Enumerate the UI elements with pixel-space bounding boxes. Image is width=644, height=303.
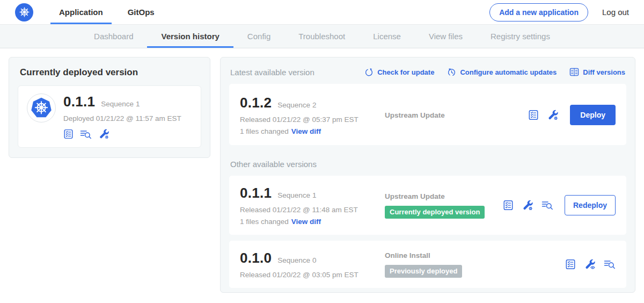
subnav-item-config[interactable]: Config bbox=[233, 25, 284, 48]
check-for-update-label: Check for update bbox=[377, 68, 434, 76]
check-for-update-link[interactable]: Check for update bbox=[364, 68, 434, 77]
sequence-label: Sequence 0 bbox=[277, 256, 316, 264]
deploy-button[interactable]: Deploy bbox=[570, 105, 616, 125]
app-subnav: Dashboard Version history Config Trouble… bbox=[0, 25, 644, 48]
previously-deployed-badge: Previously deployed bbox=[385, 265, 462, 278]
source-label: Online Install bbox=[385, 251, 565, 259]
versions-panel-actions: Check for update Configure automatic upd… bbox=[364, 67, 625, 77]
currently-deployed-panel: Currently deployed version 0.1.1 Sequenc… bbox=[9, 57, 210, 158]
add-application-button[interactable]: Add a new application bbox=[489, 3, 588, 21]
version-source: Upstream Update Currently deployed versi… bbox=[385, 192, 503, 219]
diff-versions-link[interactable]: Diff versions bbox=[569, 67, 625, 77]
view-diff-link[interactable]: View diff bbox=[291, 127, 321, 135]
version-history-panel: Latest available version Check for updat… bbox=[220, 57, 635, 293]
files-changed-row: 1 files changedView diff bbox=[240, 127, 385, 135]
version-source: Online Install Previously deployed bbox=[385, 251, 565, 278]
tab-gitops[interactable]: GitOps bbox=[119, 0, 163, 24]
latest-available-label: Latest available version bbox=[230, 68, 314, 77]
view-diff-link[interactable]: View diff bbox=[291, 218, 321, 226]
edit-config-icon[interactable] bbox=[522, 199, 533, 211]
kubernetes-logo-icon bbox=[15, 3, 33, 21]
version-actions: Deploy bbox=[528, 105, 616, 125]
version-number: 0.1.2 bbox=[240, 95, 272, 111]
source-label: Upstream Update bbox=[385, 111, 528, 119]
view-files-icon[interactable] bbox=[541, 200, 553, 211]
topbar-right: Add a new application Log out bbox=[489, 0, 629, 24]
currently-deployed-badge: Currently deployed version bbox=[385, 206, 485, 219]
subnav-item-view-files[interactable]: View files bbox=[415, 25, 477, 48]
topbar: Application GitOps Add a new application… bbox=[0, 0, 644, 25]
released-timestamp: Released 01/21/22 @ 11:48 am EST bbox=[240, 206, 385, 214]
sequence-label: Sequence 1 bbox=[277, 191, 316, 199]
version-actions: Redeploy bbox=[503, 195, 616, 215]
view-files-icon[interactable] bbox=[80, 129, 92, 140]
version-card-0-1-0: 0.1.0 Sequence 0 Released 01/20/22 @ 03:… bbox=[229, 241, 626, 288]
subnav-item-registry-settings[interactable]: Registry settings bbox=[477, 25, 564, 48]
release-notes-icon[interactable] bbox=[63, 129, 74, 139]
view-config-icon[interactable] bbox=[584, 258, 596, 270]
app-tabs: Application GitOps bbox=[50, 0, 171, 24]
tab-application-label: Application bbox=[59, 8, 103, 17]
subnav-item-troubleshoot[interactable]: Troubleshoot bbox=[284, 25, 359, 48]
deployed-panel-title: Currently deployed version bbox=[20, 67, 201, 78]
edit-config-icon[interactable] bbox=[98, 128, 109, 140]
view-files-icon[interactable] bbox=[604, 259, 616, 270]
version-actions bbox=[565, 258, 616, 270]
other-available-label: Other available versions bbox=[230, 160, 625, 169]
version-number: 0.1.0 bbox=[240, 250, 272, 266]
version-info: 0.1.1 Sequence 1 Released 01/21/22 @ 11:… bbox=[240, 185, 385, 226]
files-changed-label: 1 files changed bbox=[240, 127, 289, 135]
logout-link[interactable]: Log out bbox=[602, 8, 629, 17]
release-notes-icon[interactable] bbox=[528, 110, 539, 120]
version-card-latest: 0.1.2 Sequence 2 Released 01/21/22 @ 05:… bbox=[229, 84, 626, 145]
subnav-item-version-history[interactable]: Version history bbox=[147, 25, 233, 48]
configure-automatic-updates-link[interactable]: Configure automatic updates bbox=[447, 68, 557, 77]
version-source: Upstream Update bbox=[385, 111, 528, 119]
version-card-0-1-1: 0.1.1 Sequence 1 Released 01/21/22 @ 11:… bbox=[229, 176, 626, 235]
refresh-icon bbox=[364, 68, 374, 77]
tab-gitops-label: GitOps bbox=[128, 8, 155, 17]
deployed-version-card: 0.1.1 Sequence 1 Deployed 01/21/22 @ 11:… bbox=[18, 85, 201, 148]
kots-admin-console: Application GitOps Add a new application… bbox=[0, 0, 644, 303]
configure-automatic-updates-label: Configure automatic updates bbox=[460, 68, 557, 76]
released-timestamp: Released 01/20/22 @ 03:05 pm EST bbox=[240, 271, 385, 279]
deployed-actions bbox=[63, 128, 181, 140]
sequence-label: Sequence 2 bbox=[277, 101, 316, 109]
release-notes-icon[interactable] bbox=[565, 259, 576, 270]
main-content: Currently deployed version 0.1.1 Sequenc… bbox=[0, 48, 644, 301]
version-info: 0.1.2 Sequence 2 Released 01/21/22 @ 05:… bbox=[240, 95, 385, 135]
subnav-item-dashboard[interactable]: Dashboard bbox=[80, 25, 147, 48]
diff-icon bbox=[569, 67, 579, 77]
release-notes-icon[interactable] bbox=[503, 200, 514, 211]
tab-application[interactable]: Application bbox=[50, 0, 112, 24]
app-kubernetes-icon bbox=[27, 93, 56, 122]
edit-config-icon[interactable] bbox=[547, 109, 559, 121]
source-label: Upstream Update bbox=[385, 192, 503, 200]
released-timestamp: Released 01/21/22 @ 05:37 pm EST bbox=[240, 116, 385, 124]
deployed-sequence-label: Sequence 1 bbox=[101, 100, 140, 108]
files-changed-row: 1 files changedView diff bbox=[240, 218, 385, 226]
files-changed-label: 1 files changed bbox=[240, 218, 289, 226]
redeploy-button[interactable]: Redeploy bbox=[565, 195, 616, 215]
subnav-item-license[interactable]: License bbox=[359, 25, 415, 48]
auto-update-clock-icon bbox=[447, 68, 456, 77]
diff-versions-label: Diff versions bbox=[583, 68, 625, 76]
version-info: 0.1.0 Sequence 0 Released 01/20/22 @ 03:… bbox=[240, 250, 385, 279]
deployed-timestamp: Deployed 01/21/22 @ 11:57 am EST bbox=[63, 114, 181, 122]
versions-panel-header: Latest available version Check for updat… bbox=[230, 67, 625, 77]
version-number: 0.1.1 bbox=[240, 185, 272, 201]
deployed-version-info: 0.1.1 Sequence 1 Deployed 01/21/22 @ 11:… bbox=[63, 93, 181, 140]
deployed-version-number: 0.1.1 bbox=[63, 93, 95, 110]
